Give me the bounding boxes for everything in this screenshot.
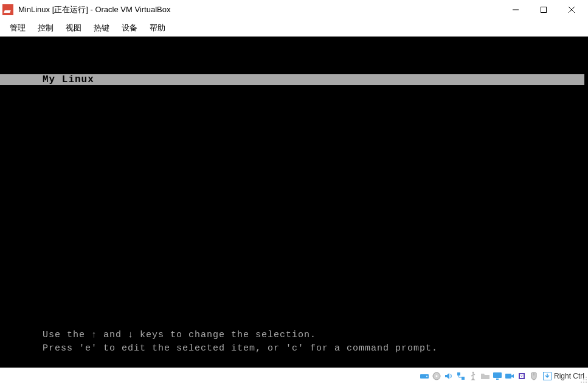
svg-rect-13 xyxy=(505,374,511,379)
hdd-icon[interactable] xyxy=(419,371,430,382)
grub-selected-entry[interactable]: My Linux xyxy=(0,74,584,85)
menu-view[interactable]: 视图 xyxy=(60,21,88,35)
menu-manage[interactable]: 管理 xyxy=(4,21,32,35)
menu-machine[interactable]: 控制 xyxy=(32,21,60,35)
menu-input[interactable]: 热键 xyxy=(88,21,116,35)
arrow-down-icon xyxy=(543,372,552,380)
window-title: MinLinux [正在运行] - Oracle VM VirtualBox xyxy=(18,4,502,15)
menu-help[interactable]: 帮助 xyxy=(144,21,171,35)
svg-rect-9 xyxy=(462,377,465,380)
grub-hint-line2: Press 'e' to edit the selected item, or … xyxy=(43,343,438,354)
window-titlebar: MinLinux [正在运行] - Oracle VM VirtualBox xyxy=(0,0,588,19)
svg-point-23 xyxy=(583,382,584,383)
audio-icon[interactable] xyxy=(443,371,454,382)
close-button[interactable] xyxy=(558,1,586,19)
window-controls xyxy=(502,1,586,19)
svg-rect-8 xyxy=(457,372,460,375)
resize-grip-icon[interactable] xyxy=(580,376,587,383)
svg-point-5 xyxy=(426,376,427,377)
usb-icon[interactable] xyxy=(468,371,479,382)
svg-rect-12 xyxy=(496,379,499,380)
network-icon[interactable] xyxy=(455,371,466,382)
display-icon[interactable] xyxy=(492,371,503,382)
optical-icon[interactable] xyxy=(431,371,442,382)
hostkey-indicator[interactable]: Right Ctrl xyxy=(543,372,584,380)
mouse-integration-icon[interactable] xyxy=(528,371,539,382)
minimize-button[interactable] xyxy=(502,1,530,19)
svg-point-19 xyxy=(586,377,587,378)
grub-hint-line1: Use the ↑ and ↓ keys to change the selec… xyxy=(43,330,316,340)
recording-icon[interactable] xyxy=(504,371,515,382)
grub-hint-text: Use the ↑ and ↓ keys to change the selec… xyxy=(43,329,570,355)
svg-rect-1 xyxy=(541,7,547,13)
svg-point-7 xyxy=(435,375,437,377)
maximize-button[interactable] xyxy=(530,1,558,19)
menubar: 管理 控制 视图 热键 设备 帮助 xyxy=(0,19,588,37)
vm-display[interactable]: My Linux Use the ↑ and ↓ keys to change … xyxy=(0,37,588,368)
vm-statusbar: V Right Ctrl xyxy=(0,368,588,384)
virtualbox-app-icon xyxy=(2,4,13,15)
cpu-icon[interactable]: V xyxy=(516,371,527,382)
svg-point-21 xyxy=(583,379,584,380)
svg-point-10 xyxy=(472,372,474,374)
svg-point-24 xyxy=(581,382,582,383)
shared-folder-icon[interactable] xyxy=(480,371,491,382)
svg-point-20 xyxy=(586,379,587,380)
svg-rect-11 xyxy=(493,372,502,378)
svg-point-22 xyxy=(586,382,587,383)
menu-devices[interactable]: 设备 xyxy=(116,21,144,35)
